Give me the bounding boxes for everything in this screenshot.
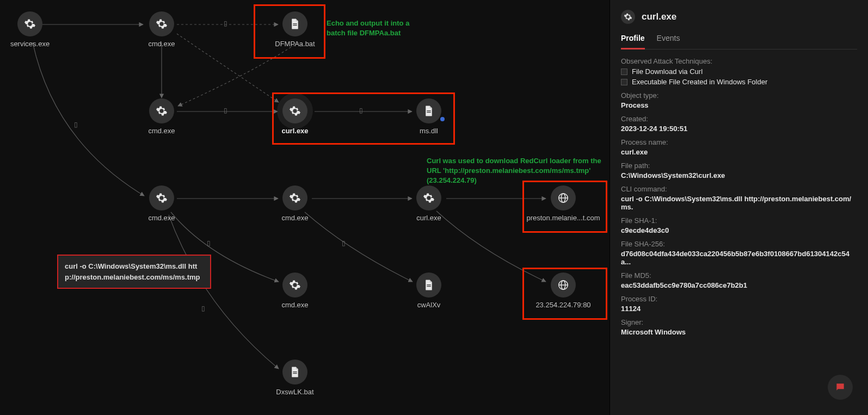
- edge-icon: ▯: [342, 239, 346, 247]
- node-cwalxv[interactable]: cwAlXv: [399, 272, 459, 309]
- gear-icon: [621, 10, 635, 24]
- sha256-label: File SHA-256:: [621, 240, 857, 248]
- gear-icon: [17, 11, 42, 36]
- svg-rect-8: [293, 23, 297, 24]
- panel-title: curl.exe: [642, 11, 676, 22]
- node-label: curl.exe: [281, 127, 308, 135]
- process-graph[interactable]: ▯ ▯ ▯ ▯ ▯ ▯ ▯ services.execmd.exeDFMPAa.…: [0, 0, 610, 415]
- svg-rect-11: [427, 112, 430, 113]
- file-path-label: File path:: [621, 162, 857, 170]
- node-preston[interactable]: preston.melanie...t.com: [533, 185, 593, 222]
- panel-tabs: Profile Events: [621, 34, 857, 49]
- process-name-label: Process name:: [621, 138, 857, 146]
- node-cmd2[interactable]: cmd.exe: [132, 98, 192, 135]
- node-msdll[interactable]: ms.dll: [399, 98, 459, 135]
- svg-rect-9: [293, 25, 297, 26]
- created-value: 2023-12-24 19:50:51: [621, 125, 857, 133]
- doc-icon: [416, 98, 441, 123]
- signer-label: Signer:: [621, 318, 857, 326]
- doc-icon: [416, 272, 441, 298]
- node-label: cmd.exe: [148, 214, 175, 222]
- sha1-label: File SHA-1:: [621, 216, 857, 225]
- node-label: curl.exe: [416, 214, 441, 222]
- svg-rect-21: [293, 373, 297, 374]
- edge-icon: ▯: [207, 239, 211, 247]
- md5-value: eac53ddafb5cc9e780a7cc086ce7b2b1: [621, 281, 857, 289]
- technique-item[interactable]: Executable File Created in Windows Folde…: [621, 78, 857, 86]
- gear-icon: [282, 185, 307, 210]
- annotation-1: Echo and output it into a batch file DFM…: [327, 18, 409, 38]
- svg-rect-16: [427, 286, 430, 287]
- node-label: cmd.exe: [148, 127, 175, 135]
- doc-icon: [282, 11, 307, 36]
- node-label: cmd.exe: [148, 40, 175, 48]
- node-cmd5[interactable]: cmd.exe: [265, 272, 325, 309]
- node-curl_sel[interactable]: curl.exe: [265, 98, 325, 135]
- node-cmd3[interactable]: cmd.exe: [132, 185, 192, 222]
- node-dxswlk[interactable]: DxswLK.bat: [265, 360, 325, 396]
- cli-value: curl -o C:\Windows\System32\ms.dll http:…: [621, 195, 857, 211]
- sha1-value: c9ecde4de3c0: [621, 226, 857, 234]
- gear-icon: [282, 98, 307, 123]
- annotation-2: Curl was used to download RedCurl loader…: [427, 156, 601, 186]
- gear-icon: [282, 272, 307, 298]
- svg-rect-15: [427, 284, 430, 285]
- process-name-value: curl.exe: [621, 148, 857, 156]
- gear-icon: [149, 11, 174, 36]
- node-cmd1[interactable]: cmd.exe: [132, 11, 192, 48]
- edge-icon: ▯: [224, 20, 227, 27]
- edge-icon: ▯: [201, 305, 205, 312]
- details-panel: curl.exe Profile Events Observed Attack …: [610, 0, 868, 415]
- file-path-value: C:\Windows\System32\curl.exe: [621, 171, 857, 179]
- pid-label: Process ID:: [621, 295, 857, 303]
- globe-icon: [551, 272, 576, 298]
- svg-rect-10: [427, 110, 430, 111]
- node-dfmpaa[interactable]: DFMPAa.bat: [265, 11, 325, 48]
- tab-events[interactable]: Events: [657, 34, 680, 49]
- techniques-label: Observed Attack Techniques:: [621, 57, 857, 65]
- node-label: 23.254.224.79:80: [535, 301, 590, 309]
- object-type-value: Process: [621, 101, 857, 109]
- node-label: cwAlXv: [417, 301, 441, 309]
- edge-icon: ▯: [224, 107, 227, 114]
- node-ip[interactable]: 23.254.224.79:80: [533, 272, 593, 309]
- gear-icon: [416, 185, 441, 210]
- node-cmd4[interactable]: cmd.exe: [265, 185, 325, 222]
- md5-label: File MD5:: [621, 271, 857, 280]
- node-label: preston.melanie...t.com: [526, 214, 600, 222]
- node-curl2[interactable]: curl.exe: [399, 185, 459, 222]
- gear-icon: [149, 185, 174, 210]
- signer-value: Microsoft Windows: [621, 328, 857, 336]
- node-label: cmd.exe: [281, 301, 308, 309]
- node-label: DFMPAa.bat: [275, 40, 315, 48]
- gear-icon: [149, 98, 174, 123]
- chat-button[interactable]: [828, 375, 853, 400]
- created-label: Created:: [621, 115, 857, 123]
- node-label: DxswLK.bat: [276, 388, 313, 396]
- sha256-value: d76d08c04dfa434de033ca220456b5b87e6b3f01…: [621, 250, 857, 266]
- doc-icon: [282, 360, 307, 385]
- node-label: ms.dll: [420, 127, 438, 135]
- edge-icon: ▯: [74, 121, 78, 128]
- node-services[interactable]: services.exe: [0, 11, 60, 48]
- tab-profile[interactable]: Profile: [621, 34, 645, 49]
- edge-icon: ▯: [359, 107, 363, 114]
- pid-value: 11124: [621, 305, 857, 313]
- globe-icon: [551, 185, 576, 210]
- node-label: cmd.exe: [281, 214, 308, 222]
- svg-rect-20: [293, 371, 297, 372]
- node-label: services.exe: [10, 40, 50, 48]
- cli-label: CLI command:: [621, 185, 857, 193]
- technique-item[interactable]: File Download via Curl: [621, 67, 857, 76]
- object-type-label: Object type:: [621, 91, 857, 100]
